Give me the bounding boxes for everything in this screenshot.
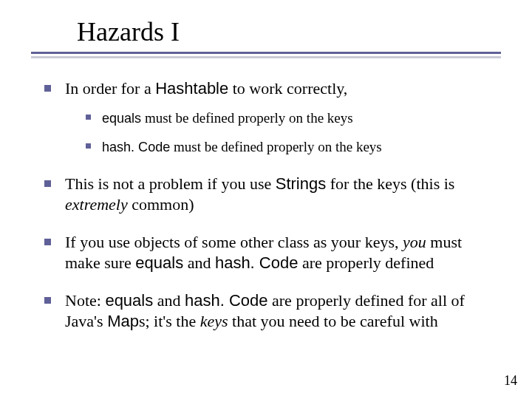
text: If you use objects of some other class a…: [65, 233, 403, 251]
title-underline: [31, 52, 501, 54]
text: Note:: [65, 291, 105, 310]
code-equals: equals: [105, 291, 153, 310]
text-em: you: [403, 233, 426, 251]
code-strings: Strings: [276, 174, 326, 193]
bullet-4: Note: equals and hash. Code are properly…: [44, 290, 495, 331]
bullet-3: If you use objects of some other class a…: [44, 232, 495, 273]
text-em: extremely: [65, 195, 128, 214]
code-equals: equals: [135, 253, 183, 272]
text: s; it's the: [139, 312, 200, 330]
text: This is not a problem if you use: [65, 174, 276, 193]
title-wrap: Hazards I: [77, 18, 180, 47]
text: are properly defined: [298, 253, 434, 272]
text: and: [183, 253, 215, 272]
code-hashtable: Hashtable: [155, 79, 228, 98]
sub-bullet-2: hash. Code must be defined properly on t…: [86, 138, 495, 156]
code-equals: equals: [102, 111, 141, 126]
bullet-list: In order for a Hashtable to work correct…: [44, 78, 495, 331]
bullet-2: This is not a problem if you use Strings…: [44, 174, 495, 214]
text: common): [128, 195, 194, 214]
code-hashcode: hash. Code: [102, 140, 170, 154]
sub-bullet-1: equals must be defined properly on the k…: [86, 109, 495, 127]
text: must be defined properly on the keys: [141, 110, 353, 126]
page-number: 14: [504, 373, 517, 389]
slide-title: Hazards I: [77, 18, 180, 47]
bullet-1: In order for a Hashtable to work correct…: [44, 78, 495, 156]
text: for the keys (this is: [326, 174, 454, 193]
text: and: [153, 291, 185, 310]
text: that you need to be careful with: [228, 312, 438, 330]
text-em: keys: [200, 312, 228, 330]
sub-bullet-list: equals must be defined properly on the k…: [65, 109, 495, 157]
text: to work correctly,: [228, 79, 347, 98]
text: must be defined properly on the keys: [170, 139, 382, 154]
code-hashcode: hash. Code: [215, 253, 299, 272]
slide: Hazards I In order for a Hashtable to wo…: [0, 0, 532, 399]
code-map: Map: [107, 312, 139, 330]
code-hashcode: hash. Code: [185, 291, 268, 310]
text: In order for a: [65, 79, 155, 98]
slide-content: In order for a Hashtable to work correct…: [44, 78, 495, 349]
